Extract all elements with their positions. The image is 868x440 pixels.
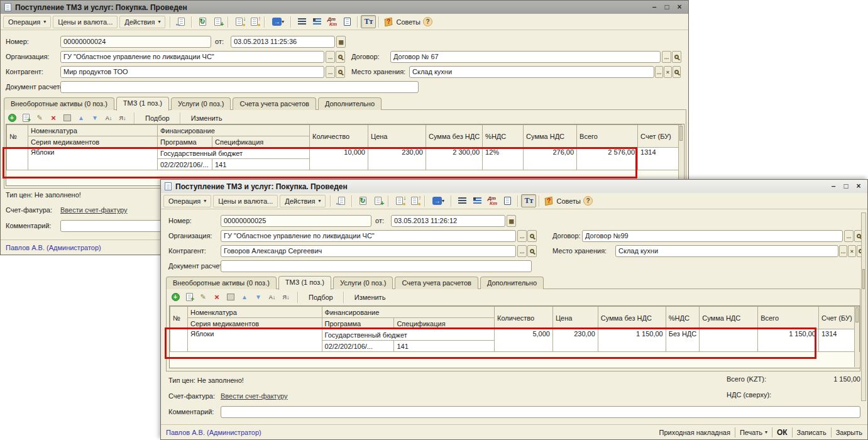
maximize-button[interactable]: □: [841, 182, 851, 191]
tab-additional[interactable]: Дополнительно: [318, 97, 382, 110]
move-down-icon[interactable]: ▼: [253, 292, 263, 302]
choose-button[interactable]: ...: [517, 245, 527, 257]
warehouse-field[interactable]: Склад кухни: [615, 245, 838, 257]
total-cell[interactable]: 2 576,00: [577, 148, 638, 170]
program-cell[interactable]: 02/2/202/106/...: [322, 341, 394, 352]
date-field[interactable]: 03.05.2013 11:25:36: [231, 36, 335, 48]
quantity-cell[interactable]: 10,000: [310, 148, 368, 170]
specifics-cell[interactable]: 141: [394, 341, 495, 352]
choose-button[interactable]: ...: [517, 230, 527, 242]
choose-button[interactable]: ...: [655, 66, 663, 78]
change-button[interactable]: Изменить: [351, 292, 390, 302]
total-cell[interactable]: 1 150,00: [758, 329, 819, 352]
choose-button[interactable]: ...: [662, 51, 671, 63]
maximize-button[interactable]: □: [662, 3, 672, 12]
print-button[interactable]: Печать▾: [740, 429, 767, 436]
row-number-cell[interactable]: 1: [170, 329, 188, 352]
operation-menu[interactable]: Операция▾: [3, 16, 51, 28]
pick-button[interactable]: Подбор: [305, 292, 337, 302]
tab-noncurrent-assets[interactable]: Внеоборотные активы (0 поз.): [166, 277, 277, 289]
edit-row-icon[interactable]: ✎: [35, 113, 45, 123]
close-button[interactable]: ×: [854, 182, 864, 191]
comment-field[interactable]: [221, 406, 860, 418]
move-up-icon[interactable]: ▲: [76, 113, 86, 123]
change-button[interactable]: Изменить: [187, 113, 226, 123]
operation-menu[interactable]: Операция▾: [163, 195, 211, 207]
actions-menu[interactable]: Действия▾: [280, 195, 326, 207]
quantity-cell[interactable]: 5,000: [495, 329, 553, 352]
row-number-cell[interactable]: 1: [7, 148, 28, 170]
settlement-doc-field[interactable]: [60, 81, 419, 93]
delete-row-icon[interactable]: ×: [48, 113, 58, 123]
money-in-icon[interactable]: ●↓: [392, 194, 407, 207]
templates-toggle[interactable]: Тт: [521, 194, 536, 207]
choose-button[interactable]: ...: [326, 66, 335, 78]
open-button[interactable]: [527, 245, 537, 257]
advice-button[interactable]: ?Советы: [542, 197, 583, 205]
sort-asc-icon[interactable]: А↓: [104, 113, 114, 123]
enter-invoice-link[interactable]: Ввести счет-фактуру: [221, 392, 288, 400]
vat-percent-cell[interactable]: 12%: [483, 148, 524, 170]
tab-noncurrent-assets[interactable]: Внеоборотные активы (0 поз.): [4, 97, 114, 110]
organization-field[interactable]: ГУ "Областное управление по ликвидации Ч…: [60, 51, 324, 63]
reread-icon[interactable]: ↻: [195, 15, 210, 28]
date-field[interactable]: 03.05.2013 11:26:12: [391, 215, 505, 227]
settlement-doc-field[interactable]: [221, 260, 532, 272]
financing-cell[interactable]: Государственный бюджет: [158, 148, 310, 159]
grid-scrollbar[interactable]: [854, 307, 859, 367]
journal-icon[interactable]: [500, 194, 515, 207]
minimize-button[interactable]: –: [649, 3, 659, 12]
price-cell[interactable]: 230,00: [368, 148, 426, 170]
receipt-note-button[interactable]: Приходная накладная: [659, 429, 730, 436]
money-out-icon[interactable]: ●↑: [407, 194, 422, 207]
reread-icon[interactable]: ↻: [355, 194, 370, 207]
tab-services[interactable]: Услуги (0 поз.): [333, 277, 393, 289]
clear-icon[interactable]: ×: [848, 245, 856, 257]
debit-credit-icon[interactable]: ДтКт: [324, 15, 339, 28]
vat-percent-cell[interactable]: Без НДС: [666, 329, 700, 352]
money-out-icon[interactable]: ●↑: [246, 15, 261, 28]
go-to-icon[interactable]: →▾: [428, 194, 448, 207]
copy-document-icon[interactable]: +: [370, 194, 385, 207]
move-down-icon[interactable]: ▼: [90, 113, 100, 123]
templates-toggle[interactable]: Тт: [361, 15, 376, 28]
money-in-icon[interactable]: ●↓: [231, 15, 246, 28]
counterparty-field[interactable]: Мир продуктов ТОО: [60, 66, 324, 78]
choose-button[interactable]: ...: [844, 230, 854, 242]
contract-field[interactable]: Договор № 67: [390, 51, 661, 63]
vat-sum-cell[interactable]: 276,00: [524, 148, 577, 170]
close-button[interactable]: ×: [674, 3, 684, 12]
help-icon[interactable]: ?: [423, 17, 432, 26]
account-cell[interactable]: 1314: [638, 148, 682, 170]
sum-wo-vat-cell[interactable]: 1 150,00: [598, 329, 666, 352]
open-button[interactable]: [336, 66, 345, 78]
price-cell[interactable]: 230,00: [552, 329, 598, 352]
prices-currency-button[interactable]: Цены и валюта...: [213, 195, 278, 207]
tab-tmz[interactable]: ТМЗ (1 поз.): [278, 276, 331, 290]
end-edit-icon[interactable]: [62, 113, 72, 123]
open-button[interactable]: [527, 230, 537, 242]
post-document-icon[interactable]: ←: [173, 15, 189, 28]
vat-sum-cell[interactable]: [700, 329, 758, 352]
tab-settlement-accounts[interactable]: Счета учета расчетов: [395, 277, 478, 289]
list-settings-icon[interactable]: [470, 194, 485, 207]
nomenclature-cell[interactable]: Яблоки: [28, 148, 158, 170]
sort-desc-icon[interactable]: Я↓: [281, 292, 291, 302]
add-row-icon[interactable]: +: [7, 113, 17, 123]
delete-row-icon[interactable]: ×: [212, 292, 222, 302]
close-window-button[interactable]: Закрыть: [836, 429, 862, 436]
end-edit-icon[interactable]: [226, 292, 236, 302]
calendar-icon[interactable]: ▦: [336, 36, 346, 48]
tab-additional[interactable]: Дополнительно: [480, 277, 544, 289]
ok-button[interactable]: ОК: [777, 428, 788, 437]
account-cell[interactable]: 1314: [818, 329, 859, 352]
number-field[interactable]: 00000000025: [221, 215, 371, 227]
list-structure-icon[interactable]: [294, 15, 309, 28]
sum-wo-vat-cell[interactable]: 2 300,00: [426, 148, 483, 170]
help-icon[interactable]: ?: [583, 196, 593, 206]
financing-cell[interactable]: Государственный бюджет: [322, 329, 495, 341]
advice-button[interactable]: ?Советы: [382, 18, 422, 26]
sort-desc-icon[interactable]: Я↓: [118, 113, 128, 123]
nomenclature-cell[interactable]: Яблоки: [187, 329, 322, 352]
program-cell[interactable]: 02/2/202/106/...: [158, 159, 212, 170]
